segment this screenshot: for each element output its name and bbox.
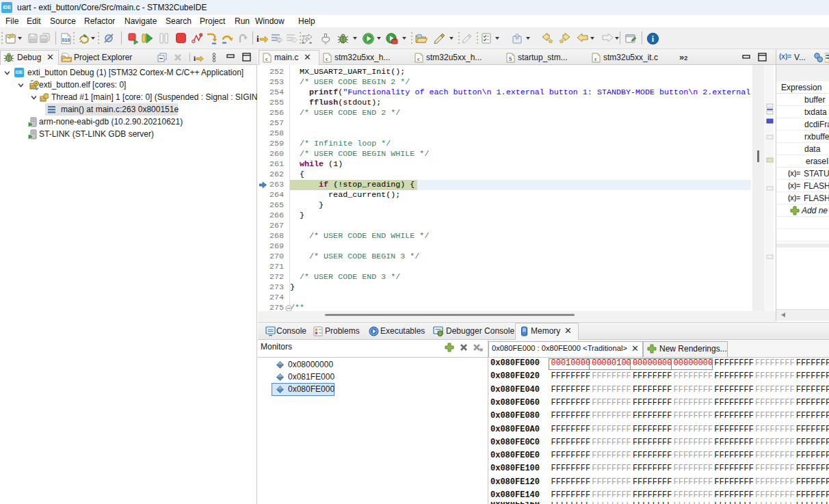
svg-text:S: S	[508, 55, 512, 62]
svg-text:i: i	[256, 34, 259, 43]
svg-text:c: c	[326, 55, 328, 62]
svg-text:c: c	[594, 55, 597, 62]
svg-text:c: c	[417, 55, 420, 62]
svg-text:c: c	[265, 55, 268, 62]
svg-text:010: 010	[62, 38, 70, 42]
svg-text:i: i	[194, 54, 196, 62]
